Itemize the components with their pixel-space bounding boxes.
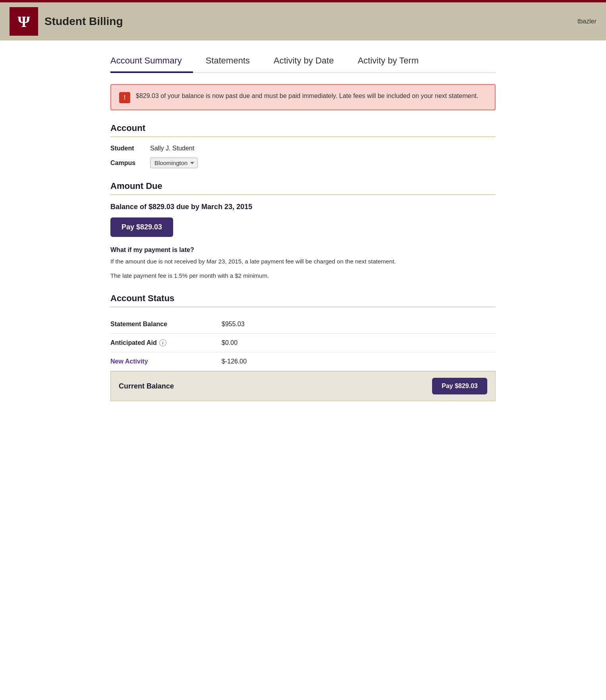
anticipated-aid-label: Anticipated Aid i <box>110 339 222 346</box>
app-title: Student Billing <box>44 15 123 28</box>
tab-statements[interactable]: Statements <box>206 50 261 73</box>
statement-balance-label: Statement Balance <box>110 321 222 328</box>
new-activity-value: $-126.00 <box>222 358 247 365</box>
account-section: Account Student Sally J. Student Campus … <box>110 123 496 168</box>
student-name: Sally J. Student <box>150 145 194 152</box>
pay-button-main[interactable]: Pay $829.03 <box>110 217 173 237</box>
statement-balance-row: Statement Balance $955.03 <box>110 315 496 334</box>
alert-icon: ! <box>119 92 130 103</box>
past-due-alert: ! $829.03 of your balance is now past du… <box>110 84 496 110</box>
alert-message: $829.03 of your balance is now past due … <box>136 91 478 101</box>
amount-due-section: Amount Due Balance of $829.03 due by Mar… <box>110 181 496 281</box>
anticipated-aid-info-icon[interactable]: i <box>159 339 166 346</box>
tab-account-summary[interactable]: Account Summary <box>110 50 193 73</box>
anticipated-aid-value: $0.00 <box>222 339 237 346</box>
main-content: Account Summary Statements Activity by D… <box>95 40 511 425</box>
statement-balance-value: $955.03 <box>222 321 245 328</box>
current-balance-bar: Current Balance Pay $829.03 <box>110 371 496 401</box>
new-activity-row: New Activity $-126.00 <box>110 352 496 371</box>
account-heading: Account <box>110 123 496 133</box>
student-row: Student Sally J. Student <box>110 145 496 152</box>
tab-activity-by-date[interactable]: Activity by Date <box>274 50 345 73</box>
account-status-heading: Account Status <box>110 293 496 304</box>
late-payment-text1: If the amount due is not received by Mar… <box>110 257 496 266</box>
balance-due-text: Balance of $829.03 due by March 23, 2015 <box>110 203 496 211</box>
campus-label: Campus <box>110 160 150 167</box>
tab-nav: Account Summary Statements Activity by D… <box>110 50 496 73</box>
account-status-divider <box>110 307 496 307</box>
header-left: Ψ Student Billing <box>10 7 123 36</box>
anticipated-aid-row: Anticipated Aid i $0.00 <box>110 334 496 352</box>
account-status-section: Account Status Statement Balance $955.03… <box>110 293 496 371</box>
logo-text: Ψ <box>17 12 30 31</box>
tab-activity-by-term[interactable]: Activity by Term <box>358 50 430 73</box>
campus-row: Campus Bloomington Indianapolis Columbus… <box>110 158 496 168</box>
late-payment-text2: The late payment fee is 1.5% per month w… <box>110 271 496 281</box>
iu-logo: Ψ <box>10 7 38 36</box>
campus-select[interactable]: Bloomington Indianapolis Columbus Fort W… <box>150 158 198 168</box>
current-balance-label: Current Balance <box>119 382 174 390</box>
page-header: Ψ Student Billing tbazler <box>0 0 606 40</box>
pay-button-current-balance[interactable]: Pay $829.03 <box>432 378 487 394</box>
username-display: tbazler <box>577 18 596 25</box>
new-activity-label[interactable]: New Activity <box>110 358 222 365</box>
student-label: Student <box>110 145 150 152</box>
amount-due-divider <box>110 194 496 195</box>
late-payment-title: What if my payment is late? <box>110 246 496 254</box>
account-divider <box>110 137 496 137</box>
amount-due-heading: Amount Due <box>110 181 496 191</box>
